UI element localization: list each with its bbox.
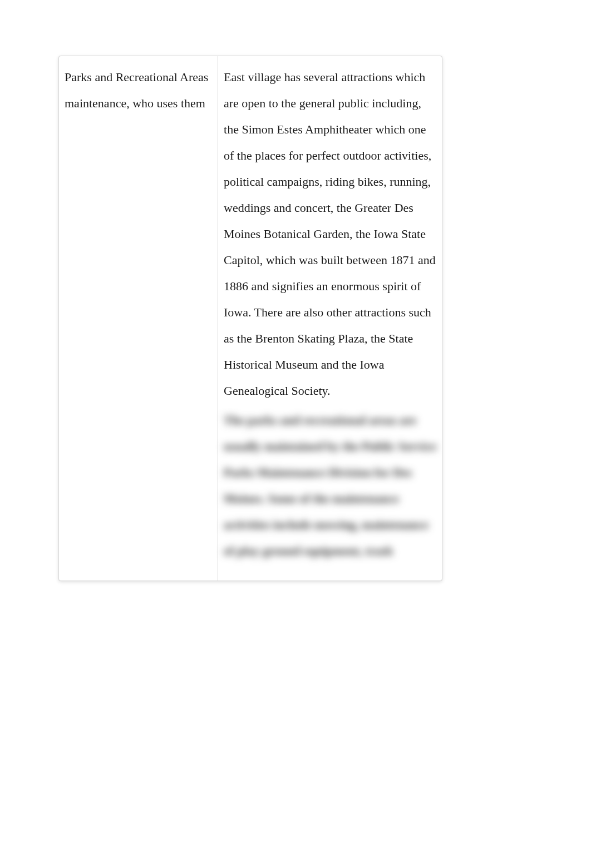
right-cell-paragraph: East village has several attractions whi… xyxy=(224,64,436,404)
blurred-line: of play ground equipment, trash xyxy=(224,538,436,564)
table-cell-right: East village has several attractions whi… xyxy=(218,56,442,581)
blurred-line: Parks Maintenance Division for Des xyxy=(224,459,436,485)
document-table: Parks and Recreational Areas maintenance… xyxy=(59,56,442,581)
blurred-line: The parks and recreational areas are xyxy=(224,407,436,433)
blurred-preview-text: The parks and recreational areas are usu… xyxy=(224,407,436,564)
table-row: Parks and Recreational Areas maintenance… xyxy=(59,56,442,581)
document-table-region: Parks and Recreational Areas maintenance… xyxy=(58,56,442,581)
left-cell-heading: Parks and Recreational Areas maintenance… xyxy=(65,64,212,116)
blurred-line: usually maintained by the Public Service xyxy=(224,433,436,459)
table-cell-left: Parks and Recreational Areas maintenance… xyxy=(59,56,218,581)
blurred-line: activities include mowing, maintenance xyxy=(224,512,436,538)
blurred-line: Moines. Some of the maintenance xyxy=(224,485,436,512)
